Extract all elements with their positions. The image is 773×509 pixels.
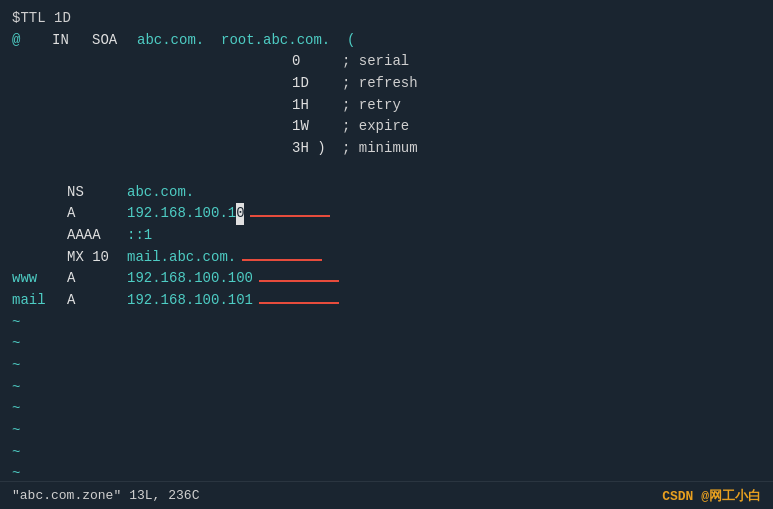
a1-type: A [67, 203, 127, 225]
www-type: A [67, 268, 127, 290]
line-mx: MX 10 mail.abc.com. [12, 247, 761, 269]
serial-value: 0 [292, 51, 342, 73]
status-watermark: CSDN @网工小白 [662, 487, 761, 505]
line-refresh: 1D ; refresh [12, 73, 761, 95]
aaaa-data: ::1 [127, 225, 152, 247]
mx-data: mail.abc.com. [127, 247, 236, 269]
line-blank [12, 160, 761, 182]
a1-data: 192.168.100.10 [127, 203, 244, 225]
line-aaaa: AAAA ::1 [12, 225, 761, 247]
host-at: @ [12, 30, 52, 52]
expire-comment: ; expire [342, 116, 409, 138]
serial-comment: ; serial [342, 51, 409, 73]
line-mail: mail A 192.168.100.101 [12, 290, 761, 312]
status-bar: "abc.com.zone" 13L, 236C CSDN @网工小白 [0, 481, 773, 509]
tilde-3: ~ [12, 355, 761, 377]
tilde-1: ~ [12, 312, 761, 334]
tilde-4: ~ [12, 377, 761, 399]
expire-value: 1W [292, 116, 342, 138]
tilde-7: ~ [12, 442, 761, 464]
mail-type: A [67, 290, 127, 312]
refresh-value: 1D [292, 73, 342, 95]
status-filename: "abc.com.zone" [12, 488, 121, 503]
class-in: IN [52, 30, 92, 52]
line-retry: 1H ; retry [12, 95, 761, 117]
cursor: 0 [236, 203, 244, 225]
line-expire: 1W ; expire [12, 116, 761, 138]
tilde-5: ~ [12, 398, 761, 420]
line-soa: @ IN SOA abc.com. root.abc.com. ( [12, 30, 761, 52]
tilde-2: ~ [12, 333, 761, 355]
line-a1: A 192.168.100.10 [12, 203, 761, 225]
retry-value: 1H [292, 95, 342, 117]
minimum-value: 3H ) [292, 138, 342, 160]
line-ttl: $TTL 1D [12, 8, 761, 30]
line-www: www A 192.168.100.100 [12, 268, 761, 290]
refresh-comment: ; refresh [342, 73, 418, 95]
mx-type: MX 10 [67, 247, 127, 269]
ns-type: NS [67, 182, 127, 204]
www-data: 192.168.100.100 [127, 268, 253, 290]
tilde-6: ~ [12, 420, 761, 442]
red-underline-mail [259, 302, 339, 304]
line-ns: NS abc.com. [12, 182, 761, 204]
mail-data: 192.168.100.101 [127, 290, 253, 312]
minimum-comment: ; minimum [342, 138, 418, 160]
red-underline-mx [242, 259, 322, 261]
aaaa-type: AAAA [67, 225, 127, 247]
www-host: www [12, 268, 67, 290]
line-serial: 0 ; serial [12, 51, 761, 73]
mail-host: mail [12, 290, 67, 312]
retry-comment: ; retry [342, 95, 401, 117]
type-soa: SOA [92, 30, 137, 52]
red-underline-www [259, 280, 339, 282]
red-underline-a1 [250, 215, 330, 217]
line-minimum: 3H ) ; minimum [12, 138, 761, 160]
ns-data: abc.com. [127, 182, 194, 204]
editor-area: $TTL 1D @ IN SOA abc.com. root.abc.com. … [0, 0, 773, 509]
ttl-text: $TTL 1D [12, 8, 71, 30]
soa-data: abc.com. root.abc.com. ( [137, 30, 355, 52]
status-info: 13L, 236C [129, 488, 199, 503]
